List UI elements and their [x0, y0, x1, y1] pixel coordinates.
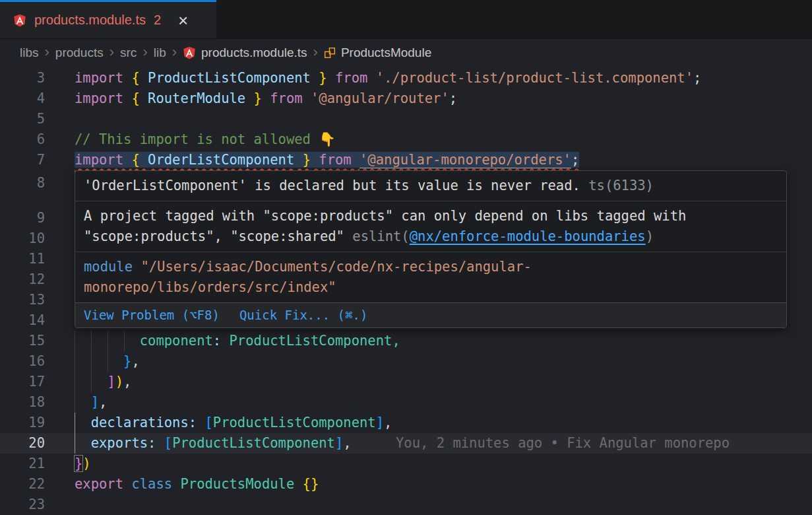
code-line[interactable]: 3import { ProductListComponent } from '.… — [0, 68, 812, 88]
breadcrumb-label: ProductsModule — [341, 46, 431, 60]
line-number[interactable]: 22 — [0, 474, 45, 495]
code-line[interactable]: 6// This import is not allowed 👇 — [0, 129, 812, 150]
code-line[interactable]: 16 }, — [0, 351, 812, 372]
code-token: exports — [91, 435, 148, 451]
code-token: ; — [693, 70, 701, 86]
code-token: ) — [82, 456, 90, 471]
hover-section: A project tagged with "scope:products" c… — [75, 201, 786, 252]
code-token: } — [245, 90, 262, 106]
indent-guide — [91, 331, 92, 392]
code-text: import { RouterModule } from '@angular/r… — [75, 88, 457, 109]
code-text: export class ProductsModule {} — [75, 474, 319, 495]
module-path-link[interactable]: '@angular-monorepo/orders' — [359, 152, 571, 168]
code-token: '@angular/router' — [311, 90, 449, 106]
code-token: module — [84, 259, 141, 275]
hover-popup: 'OrderListComponent' is declared but its… — [75, 170, 787, 328]
code-token: from — [327, 70, 376, 86]
breadcrumb-item-libs[interactable]: libs — [20, 46, 39, 60]
code-token: ProductListComponent — [230, 333, 392, 349]
tab-products-module[interactable]: products.module.ts 2 × — [0, 0, 216, 38]
code-token: eslint( — [352, 228, 409, 244]
code-line[interactable]: 4import { RouterModule } from '@angular/… — [0, 88, 812, 109]
problems-badge: 2 — [154, 13, 161, 28]
code-line[interactable]: 5 — [0, 109, 812, 129]
code-token: { — [131, 152, 148, 168]
line-number[interactable]: 6 — [0, 129, 45, 150]
breadcrumb-label: products — [55, 46, 104, 60]
line-number[interactable]: 20 — [0, 433, 45, 454]
line-number[interactable]: 16 — [0, 351, 45, 372]
breadcrumb-item-lib[interactable]: lib — [154, 46, 166, 60]
code-token: ProductListComponent — [172, 435, 335, 451]
line-number[interactable]: 13 — [0, 290, 45, 310]
code-line[interactable]: 20 exports: [ProductListComponent],You, … — [0, 433, 812, 454]
code-line[interactable]: 17 ]), — [0, 372, 812, 392]
code-text: }) — [75, 454, 91, 474]
eslint-rule-link[interactable]: @nx/enforce-module-boundaries — [410, 228, 646, 244]
close-icon[interactable]: × — [178, 12, 188, 29]
chevron-right-icon: › — [45, 46, 49, 59]
line-number[interactable]: 17 — [0, 372, 45, 392]
code-line[interactable]: 15 component: ProductListComponent, — [0, 331, 812, 351]
line-number[interactable]: 5 — [0, 109, 45, 129]
view-problem-button[interactable]: View Problem (⌥F8) — [84, 305, 220, 326]
code-token: ] — [335, 435, 343, 451]
code-token: A project tagged with "scope:products" c… — [84, 208, 686, 224]
code-token — [75, 353, 123, 369]
code-token: : — [189, 415, 205, 430]
indent-guide — [108, 331, 108, 372]
code-token: import — [75, 70, 131, 86]
line-number[interactable]: 11 — [0, 249, 45, 269]
code-line[interactable]: 7import { OrderListComponent } from '@an… — [0, 150, 812, 170]
hover-section: 'OrderListComponent' is declared but its… — [75, 171, 786, 201]
code-editor[interactable]: 'OrderListComponent' is declared but its… — [0, 66, 812, 515]
line-number[interactable]: 9 — [0, 208, 45, 228]
breadcrumb-item-productsmodule[interactable]: ProductsModule — [324, 46, 431, 60]
indent-guide — [75, 331, 75, 413]
hover-status-bar: View Problem (⌥F8)Quick Fix... (⌘.) — [75, 302, 786, 327]
breadcrumb-item-products.module.ts[interactable]: products.module.ts — [183, 46, 307, 60]
line-number[interactable]: 8 — [0, 173, 45, 193]
line-number[interactable]: 10 — [0, 228, 45, 249]
git-blame-annotation: You, 2 minutes ago • Fix Angular monorep… — [396, 433, 730, 454]
breadcrumb-item-products[interactable]: products — [55, 46, 104, 60]
code-token: [ — [164, 435, 172, 451]
code-token: } — [294, 152, 311, 168]
hover-text-row: "scope:products", "scope:shared" eslint(… — [84, 226, 778, 247]
code-text: // This import is not allowed 👇 — [75, 129, 336, 150]
line-number[interactable]: 12 — [0, 269, 45, 290]
code-line[interactable]: 22export class ProductsModule {} — [0, 474, 812, 495]
line-number[interactable]: 7 — [0, 150, 45, 170]
code-line[interactable]: 21}) — [0, 454, 812, 474]
code-token: // This import is not allowed — [75, 131, 319, 147]
code-token: : — [148, 435, 164, 451]
code-line[interactable]: 23 — [0, 495, 812, 515]
angular-icon — [183, 46, 196, 59]
line-number[interactable]: 3 — [0, 68, 45, 88]
code-token: {} — [303, 476, 319, 492]
line-number[interactable]: 4 — [0, 88, 45, 109]
code-token: , — [131, 353, 139, 369]
code-token: ) — [646, 228, 654, 244]
quick-fix-button[interactable]: Quick Fix... (⌘.) — [239, 305, 367, 326]
hover-text-row: 'OrderListComponent' is declared but its… — [84, 176, 778, 196]
line-number[interactable]: 21 — [0, 454, 45, 474]
code-token: } — [75, 456, 82, 471]
line-number[interactable]: 23 — [0, 495, 45, 515]
code-text: ]), — [75, 372, 131, 392]
code-line[interactable]: 19 declarations: [ProductListComponent], — [0, 413, 812, 433]
line-number[interactable]: 14 — [0, 310, 45, 331]
code-line[interactable]: 18 ], — [0, 392, 812, 413]
line-number[interactable]: 18 — [0, 392, 45, 413]
code-token: : — [213, 333, 230, 349]
line-number[interactable]: 15 — [0, 331, 45, 351]
code-token: './product-list/product-list.component' — [376, 70, 693, 86]
code-token: export — [75, 476, 131, 492]
code-token: class — [131, 476, 180, 492]
line-number[interactable]: 19 — [0, 413, 45, 433]
code-token: [ — [204, 415, 212, 430]
code-token: { — [131, 70, 148, 86]
code-token: import — [75, 90, 131, 106]
code-token: , — [392, 333, 400, 349]
breadcrumb-item-src[interactable]: src — [120, 46, 137, 60]
